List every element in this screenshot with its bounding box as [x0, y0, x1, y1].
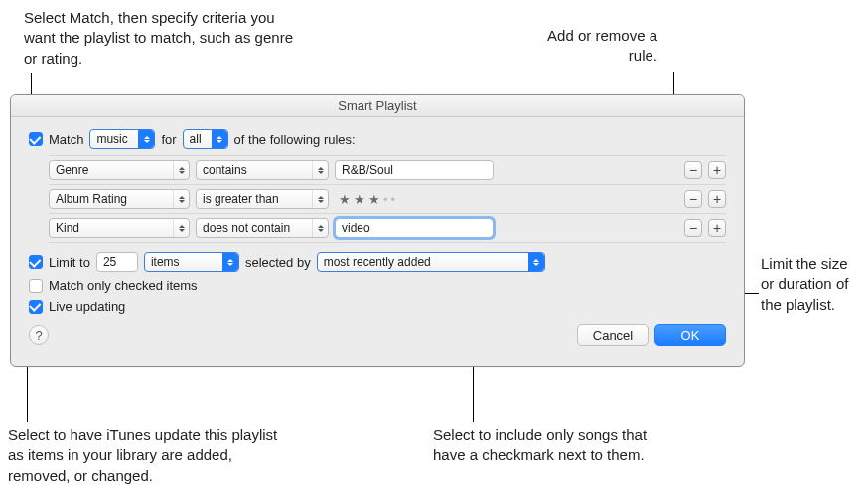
annotation-limit: Limit the size or duration of the playli…	[761, 254, 860, 315]
chevron-updown-icon	[173, 161, 189, 179]
star-dot-icon: •	[383, 192, 388, 207]
annotation-checked-only: Select to include only songs that have a…	[433, 425, 651, 466]
rule-row: Kind does not contain video − +	[49, 214, 726, 243]
remove-rule-button[interactable]: −	[684, 219, 702, 237]
dialog-title: Smart Playlist	[11, 95, 744, 117]
rule-value-text: video	[342, 221, 370, 235]
chevron-updown-icon	[312, 190, 328, 208]
match-checked-label: Match only checked items	[49, 278, 198, 293]
limit-label: Limit to	[49, 255, 90, 270]
limit-checkbox[interactable]	[29, 255, 43, 269]
live-updating-label: Live updating	[49, 299, 125, 314]
add-rule-button[interactable]: +	[708, 190, 726, 208]
rule-row: Genre contains R&B/Soul − +	[49, 156, 726, 185]
live-updating-checkbox[interactable]	[29, 300, 43, 314]
help-button[interactable]: ?	[29, 325, 49, 345]
star-icon: ★	[354, 192, 365, 207]
match-checkbox[interactable]	[29, 132, 43, 146]
match-row: Match music for all of the following rul…	[29, 129, 726, 149]
chevron-updown-icon	[212, 130, 227, 148]
chevron-updown-icon	[312, 161, 328, 179]
limit-count-input[interactable]: 25	[96, 252, 138, 272]
star-dot-icon: •	[391, 192, 396, 207]
for-label: for	[161, 132, 176, 147]
add-rule-button[interactable]: +	[708, 219, 726, 237]
match-checked-row: Match only checked items	[29, 278, 726, 293]
match-type-value: music	[96, 132, 127, 146]
chevron-updown-icon	[138, 130, 154, 148]
selected-by-value: most recently added	[324, 255, 431, 269]
following-rules-label: of the following rules:	[234, 132, 356, 147]
chevron-updown-icon	[222, 253, 238, 271]
quantifier-select[interactable]: all	[183, 129, 228, 149]
limit-count-value: 25	[103, 255, 116, 269]
rule-field-select[interactable]: Album Rating	[49, 189, 190, 209]
match-checked-checkbox[interactable]	[29, 279, 43, 293]
rule-op-value: does not contain	[203, 221, 290, 235]
remove-rule-button[interactable]: −	[684, 190, 702, 208]
star-icon: ★	[339, 192, 351, 207]
star-icon: ★	[368, 192, 380, 207]
selected-by-label: selected by	[245, 255, 311, 270]
cancel-button[interactable]: Cancel	[577, 324, 649, 346]
rule-value-text: R&B/Soul	[342, 163, 393, 177]
dialog-footer: ? Cancel OK	[29, 324, 726, 346]
rule-star-rating[interactable]: ★ ★ ★ • •	[335, 189, 494, 209]
match-type-select[interactable]: music	[89, 129, 155, 149]
limit-unit-select[interactable]: items	[144, 252, 239, 272]
match-label: Match	[49, 132, 83, 147]
rule-op-select[interactable]: contains	[196, 160, 329, 180]
live-updating-row: Live updating	[29, 299, 726, 314]
rule-op-value: contains	[203, 163, 247, 177]
selected-by-select[interactable]: most recently added	[317, 252, 545, 272]
rule-value-input[interactable]: video	[335, 218, 494, 238]
smart-playlist-dialog: Smart Playlist Match music for all of th…	[10, 94, 745, 367]
quantifier-value: all	[190, 132, 202, 146]
chevron-updown-icon	[528, 253, 544, 271]
rule-op-select[interactable]: does not contain	[196, 218, 329, 238]
rule-op-select[interactable]: is greater than	[196, 189, 329, 209]
add-rule-button[interactable]: +	[708, 161, 726, 179]
rule-field-select[interactable]: Kind	[49, 218, 190, 238]
rule-field-select[interactable]: Genre	[49, 160, 190, 180]
annotation-add-remove: Add or remove a rule.	[518, 26, 657, 67]
rule-row: Album Rating is greater than ★ ★ ★ • • −…	[49, 185, 726, 214]
rule-field-value: Album Rating	[56, 192, 127, 206]
annotation-live-update: Select to have iTunes update this playli…	[8, 425, 296, 486]
ok-button[interactable]: OK	[654, 324, 726, 346]
chevron-updown-icon	[173, 190, 189, 208]
rule-field-value: Kind	[56, 221, 79, 235]
limit-row: Limit to 25 items selected by most recen…	[29, 252, 726, 272]
remove-rule-button[interactable]: −	[684, 161, 702, 179]
limit-unit-value: items	[151, 255, 180, 269]
annotation-match-criteria: Select Match, then specify criteria you …	[24, 8, 302, 69]
rule-op-value: is greater than	[203, 192, 279, 206]
chevron-updown-icon	[312, 219, 328, 237]
rule-value-input[interactable]: R&B/Soul	[335, 160, 494, 180]
chevron-updown-icon	[173, 219, 189, 237]
rules-list: Genre contains R&B/Soul − + Album Rating	[49, 155, 726, 243]
rule-field-value: Genre	[56, 163, 88, 177]
